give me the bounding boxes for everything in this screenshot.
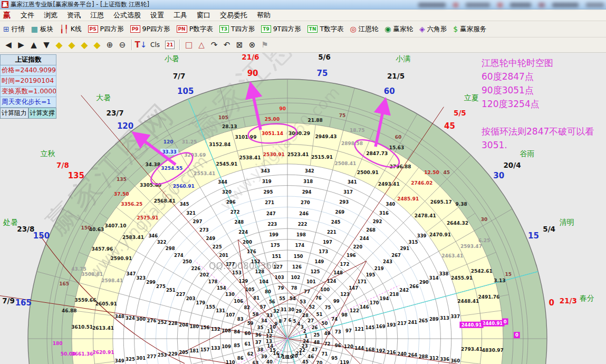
rotate-cw-icon[interactable]: ↷	[208, 39, 220, 51]
quote-row: 时间=20190104	[0, 76, 56, 87]
svg-text:82: 82	[244, 305, 250, 310]
toolbar-button-K线[interactable]: ╽╿K线	[56, 23, 85, 35]
svg-text:202: 202	[200, 272, 209, 277]
svg-text:2485.91: 2485.91	[397, 196, 419, 202]
toolbar-button-9T四方形[interactable]: T99T四方形	[258, 23, 304, 35]
svg-text:252: 252	[158, 320, 167, 325]
toolbar-button-赢家服务[interactable]: $赢家服务	[450, 23, 489, 35]
menu-item-设置[interactable]: 设置	[146, 10, 169, 20]
svg-text:77: 77	[304, 289, 310, 294]
toolbar-button-label: 行情	[12, 25, 25, 34]
button-计算支撑[interactable]: 计算支撑	[28, 108, 57, 119]
rim-degree-label: 30	[493, 171, 504, 180]
svg-text:34: 34	[261, 318, 267, 323]
svg-text:35: 35	[257, 325, 264, 330]
cls-button[interactable]: Cls	[147, 39, 163, 51]
svg-text:45: 45	[302, 359, 309, 364]
svg-text:168: 168	[365, 347, 375, 352]
menu-item-帮助[interactable]: 帮助	[252, 10, 275, 20]
svg-text:105: 105	[218, 115, 228, 120]
blocks-icon: ▦	[31, 25, 38, 33]
rim-degree-label: 0	[549, 298, 554, 308]
svg-text:50: 50	[321, 321, 328, 326]
diamond-up-icon[interactable]: ◆	[78, 39, 91, 51]
svg-text:272: 272	[230, 209, 240, 215]
svg-text:341: 341	[348, 179, 357, 185]
toolbar-button-T数字表[interactable]: TNT数字表	[304, 23, 347, 35]
quote-row: 变换系数=1.00000	[0, 87, 56, 97]
svg-text:30: 30	[288, 307, 294, 312]
svg-text:25.00: 25.00	[265, 117, 280, 122]
menu-item-浏览[interactable]: 浏览	[39, 10, 62, 20]
tn-badge: TN	[307, 25, 318, 33]
rim-date-label: 20/4	[503, 161, 521, 169]
toolbar-button-行情[interactable]: ⊞行情	[0, 23, 28, 35]
target-icon: ◎	[350, 25, 357, 33]
svg-text:322: 322	[157, 240, 167, 245]
svg-text:2583.41: 2583.41	[122, 235, 144, 240]
svg-text:291: 291	[400, 246, 409, 251]
toolbar-button-P数字表[interactable]: PNP数字表	[174, 23, 216, 35]
svg-text:12.50: 12.50	[424, 170, 439, 175]
menu-item-工具[interactable]: 工具	[169, 10, 192, 20]
up-triangle-icon[interactable]: ▲	[27, 39, 40, 51]
menu-item-公式选股[interactable]: 公式选股	[109, 10, 146, 20]
diamond-down-icon[interactable]: ◆	[91, 39, 103, 51]
toolbar-button-江恩轮[interactable]: ◎江恩轮	[347, 23, 382, 35]
prev-arrow-icon[interactable]: ◀	[2, 39, 15, 51]
toolbar-button-label: 六角形	[427, 25, 447, 34]
toolbar-button-T四方形[interactable]: T3T四方形	[216, 23, 258, 35]
toolbar-button-label: 江恩轮	[359, 25, 379, 34]
svg-text:103: 103	[275, 275, 284, 280]
svg-text:153: 153	[232, 270, 242, 275]
instrument-title: 上证指数	[0, 54, 56, 65]
gann-wheel-chart[interactable]: 赢家江恩网www.yingjia360.com赢家江恩网www.yingjia3…	[0, 53, 606, 364]
menu-item-交易委托[interactable]: 交易委托	[215, 10, 252, 20]
zoom-in-icon[interactable]: ⊕	[103, 39, 116, 51]
svg-text:2530.91: 2530.91	[263, 152, 285, 157]
toolbar-button-板块[interactable]: ▦板块	[28, 23, 56, 35]
rim-season-label: 清明	[559, 218, 574, 226]
svg-text:194: 194	[380, 296, 389, 301]
square-tool-icon[interactable]: □	[182, 39, 195, 51]
blurred-window-control	[497, 3, 503, 7]
diamond-left-icon[interactable]: ◆	[53, 39, 65, 51]
scale-icon[interactable]: ⊗	[246, 39, 258, 51]
menu-item-资讯[interactable]: 资讯	[62, 10, 85, 20]
toolbar-button-六角形[interactable]: ◈六角形	[416, 23, 450, 35]
svg-text:63: 63	[253, 360, 259, 364]
menu-item-江恩[interactable]: 江恩	[85, 10, 109, 20]
svg-text:2448.41: 2448.41	[457, 299, 479, 304]
toolbar-button-9P四方形[interactable]: P99P四方形	[127, 23, 174, 35]
svg-text:241: 241	[408, 320, 417, 325]
calendar-icon[interactable]: 21	[165, 41, 175, 49]
zoom-out-icon[interactable]: ⊖	[116, 39, 129, 51]
svg-text:2523.41: 2523.41	[287, 152, 309, 157]
diamond-right-icon[interactable]: ◆	[65, 39, 78, 51]
down-triangle-icon[interactable]: ▼	[40, 39, 53, 51]
svg-text:2440.91: 2440.91	[461, 322, 482, 328]
quote-row: 周天变化步长=1	[0, 97, 56, 108]
button-计算阻力[interactable]: 计算阻力	[0, 108, 28, 119]
flag-icon[interactable]: ⚑	[258, 39, 271, 51]
t-updown-icon[interactable]: T↓	[134, 39, 147, 51]
candlestick-icon: ╽╿	[60, 25, 69, 33]
boxed-x-icon[interactable]: ⊠	[233, 39, 246, 51]
svg-text:15.63: 15.63	[389, 145, 404, 150]
svg-text:242: 242	[399, 288, 409, 293]
menu-item-文件[interactable]: 文件	[16, 10, 39, 20]
next-arrow-icon[interactable]: ▶	[15, 39, 27, 51]
svg-text:3: 3	[301, 324, 304, 330]
rim-degree-label: 60	[384, 87, 395, 96]
svg-text:84: 84	[234, 329, 240, 334]
toolbar-button-P四方形[interactable]: PSP四方形	[85, 23, 127, 35]
toolbar-button-赢家轮[interactable]: ◉赢家轮	[381, 23, 416, 35]
svg-text:47: 47	[312, 347, 318, 352]
rotate-ccw-icon[interactable]: ↶	[220, 39, 233, 51]
menu-item-窗口[interactable]: 窗口	[192, 10, 215, 20]
svg-text:55: 55	[279, 296, 285, 301]
window-title: 赢家江恩专业版[赢家服务平台] - [上证指数 江恩轮]	[11, 1, 149, 8]
triangle-tool-icon[interactable]: △	[195, 39, 208, 51]
svg-text:347: 347	[127, 271, 136, 276]
svg-text:264: 264	[408, 352, 417, 358]
